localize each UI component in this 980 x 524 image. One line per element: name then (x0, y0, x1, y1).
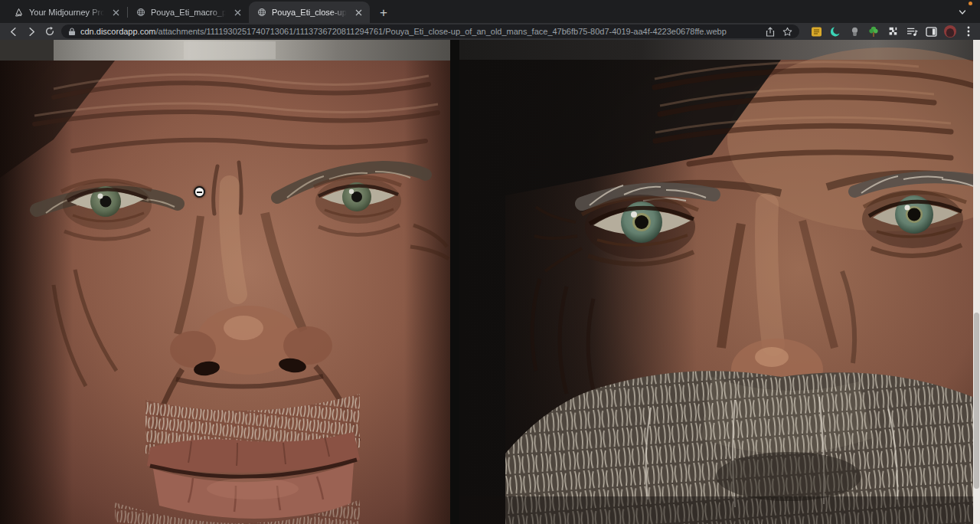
tab-strip: Your Midjourney Profile Pouya_Eti_macro_… (0, 0, 980, 23)
left-portrait-image[interactable] (0, 40, 450, 524)
browser-window: Your Midjourney Profile Pouya_Eti_macro_… (0, 0, 980, 524)
tab-close-icon[interactable] (110, 7, 122, 18)
tab-search-chevron-icon[interactable] (956, 5, 969, 19)
globe-favicon-icon (136, 7, 146, 18)
lock-icon[interactable] (68, 28, 76, 36)
profile-avatar[interactable] (944, 25, 956, 38)
url-path: /attachments/1111930251740713061/1113736… (155, 27, 726, 36)
image-viewer-content (0, 40, 980, 524)
scrollbar-track[interactable] (973, 40, 980, 524)
zoom-out-cursor-icon (194, 186, 205, 198)
toolbar: cdn.discordapp.com/attachments/111193025… (0, 23, 980, 40)
midjourney-favicon-icon (14, 7, 24, 18)
reload-button[interactable] (43, 25, 57, 38)
side-panel-icon[interactable] (925, 25, 937, 38)
yellow-notes-extension-icon[interactable] (810, 25, 822, 38)
media-queue-icon[interactable] (906, 25, 918, 38)
right-portrait-image[interactable] (459, 40, 980, 524)
address-bar[interactable]: cdn.discordapp.com/attachments/111193025… (61, 25, 799, 38)
image-grid-gap (450, 40, 459, 524)
green-tree-extension-icon[interactable] (867, 25, 880, 38)
new-tab-button[interactable]: + (374, 3, 393, 21)
tab-title: Pouya_Eti_macro_photo_of_a (151, 8, 227, 17)
url-domain: cdn.discordapp.com (80, 27, 155, 36)
tab-title: Pouya_Eti_close-up_of_an_ol (272, 8, 348, 17)
url-text: cdn.discordapp.com/attachments/111193025… (80, 27, 761, 36)
tab-close-up-active[interactable]: Pouya_Eti_close-up_of_an_ol (249, 2, 370, 23)
extensions-area (810, 25, 974, 38)
tab-close-icon[interactable] (232, 7, 243, 18)
teal-moon-extension-icon[interactable] (829, 25, 841, 38)
tab-macro-photo[interactable]: Pouya_Eti_macro_photo_of_a (128, 2, 249, 23)
forward-button[interactable] (24, 25, 38, 38)
tab-title: Your Midjourney Profile (29, 8, 106, 17)
share-icon[interactable] (766, 27, 775, 37)
scrollbar-thumb[interactable] (974, 313, 979, 489)
browser-menu-icon[interactable] (963, 25, 974, 38)
tab-midjourney-profile[interactable]: Your Midjourney Profile (6, 2, 127, 23)
gray-extension-icon[interactable] (848, 25, 861, 38)
update-badge-dot (969, 2, 972, 5)
bookmark-star-icon[interactable] (782, 27, 792, 37)
puzzle-extensions-icon[interactable] (887, 25, 899, 38)
globe-favicon-icon (256, 7, 267, 18)
back-button[interactable] (6, 25, 20, 38)
tab-close-icon[interactable] (353, 7, 364, 18)
